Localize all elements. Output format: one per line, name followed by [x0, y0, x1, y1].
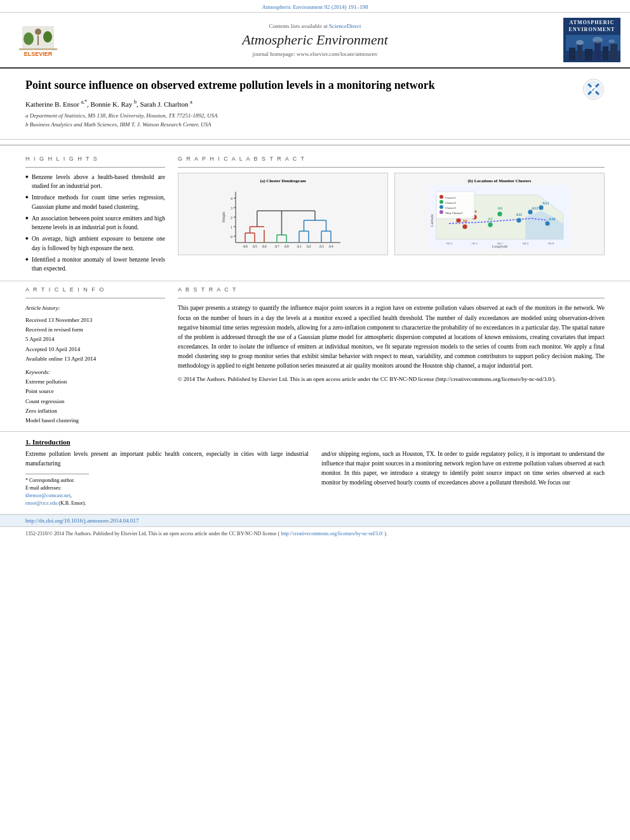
intro-left-col: Extreme pollution levels present an impo… — [25, 450, 309, 507]
svg-point-89 — [439, 200, 443, 204]
available-date: Available online 13 April 2014 — [25, 354, 165, 364]
doi-link[interactable]: http://dx.doi.org/10.1016/j.atmosenv.201… — [25, 517, 139, 524]
article-info-abstract-section: A R T I C L E I N F O Article history: R… — [0, 281, 630, 431]
email-link-2[interactable]: ensor@rice.edu — [25, 500, 57, 506]
svg-text:Cluster2: Cluster2 — [445, 201, 456, 204]
svg-rect-10 — [577, 44, 582, 60]
keywords-section: Keywords: Extreme pollution Point source… — [25, 369, 165, 425]
highlights-section: H I G H L I G H T S Benzene levels above… — [25, 156, 165, 276]
svg-text:A8: A8 — [462, 219, 467, 223]
svg-text:4: 4 — [231, 197, 232, 201]
svg-text:A10: A10 — [548, 217, 554, 221]
svg-point-16 — [593, 37, 603, 43]
svg-point-74 — [488, 222, 493, 227]
svg-rect-14 — [610, 44, 617, 60]
journal-reference: Atmospheric Environment 92 (2014) 191–19… — [0, 0, 630, 13]
dendrogram-title: (a) Cluster Dendrogram — [260, 178, 305, 183]
svg-text:A2: A2 — [306, 244, 311, 248]
history-label: Article history: — [25, 303, 165, 313]
svg-point-82 — [539, 205, 544, 210]
highlight-item-1: Benzene levels above a health-based thre… — [25, 173, 165, 191]
keywords-list: Extreme pollution Point source Count reg… — [25, 377, 165, 425]
highlight-item-5: Identified a monitor anomaly of lower be… — [25, 255, 165, 274]
svg-rect-4 — [37, 36, 39, 45]
svg-text:-94.3: -94.3 — [521, 242, 528, 245]
svg-text:A3: A3 — [319, 244, 323, 248]
corresponding-author-note: * Corresponding author. — [25, 477, 89, 484]
svg-point-78 — [516, 218, 521, 223]
svg-text:A4: A4 — [328, 244, 333, 248]
svg-text:A7: A7 — [274, 244, 279, 248]
keyword-1: Extreme pollution — [25, 377, 165, 387]
svg-text:A6: A6 — [262, 244, 266, 248]
svg-text:A13: A13 — [542, 201, 548, 205]
section-divider — [0, 145, 630, 145]
svg-text:0: 0 — [231, 235, 232, 239]
svg-rect-13 — [603, 46, 608, 60]
abstract-copyright: © 2014 The Authors. Published by Elsevie… — [178, 375, 605, 384]
keyword-5: Model based clustering — [25, 416, 165, 425]
dendrogram-image: (a) Cluster Dendrogram Height 4 3 2 1 — [178, 173, 388, 255]
svg-point-2 — [23, 32, 34, 45]
svg-rect-12 — [594, 41, 601, 60]
svg-text:-95.5: -95.5 — [445, 242, 452, 245]
footnote-area: * Corresponding author. E-mail addresses… — [25, 474, 89, 507]
keyword-4: Zero inflation — [25, 406, 165, 416]
affiliation-b: b Business Analytics and Math Sciences, … — [25, 120, 605, 129]
journal-logo: ATMOSPHERIC ENVIRONMENT — [563, 18, 620, 62]
svg-rect-9 — [569, 48, 575, 60]
svg-text:Cluster1: Cluster1 — [445, 196, 456, 199]
svg-point-1 — [35, 29, 41, 35]
dendrogram-svg: Height 4 3 2 1 0 — [220, 185, 347, 249]
intro-right-col: and/or shipping regions, such as Houston… — [321, 450, 605, 507]
intro-title: 1. Introduction — [25, 438, 605, 446]
svg-point-87 — [439, 195, 443, 199]
highlight-item-4: On average, high ambient exposure to ben… — [25, 234, 165, 253]
svg-text:✓: ✓ — [591, 87, 596, 93]
highlights-heading: H I G H L I G H T S — [25, 156, 165, 162]
svg-text:A12: A12 — [531, 206, 537, 210]
monitor-map-image: (b) Locations of Monitor Clusters A8 A — [394, 173, 605, 255]
sciencedirect-link[interactable]: ScienceDirect — [329, 23, 361, 29]
intro-content: Extreme pollution levels present an impo… — [25, 450, 605, 507]
journal-header: ELSEVIER Contents lists available at Sci… — [0, 13, 630, 69]
revised-date: 5 April 2014 — [25, 335, 165, 344]
monitor-map-svg: A8 A5 A6 A7 A9 A11 A12 A13 — [430, 185, 570, 249]
svg-text:A5: A5 — [252, 244, 257, 248]
svg-text:A9: A9 — [497, 206, 502, 210]
svg-point-76 — [497, 211, 502, 217]
highlight-item-2: Introduce methods for count time series … — [25, 193, 165, 211]
page-footer: 1352-2310/© 2014 The Authors. Published … — [0, 526, 630, 541]
author-charlton: Sarah J. Charlton — [140, 100, 188, 108]
keywords-label: Keywords: — [25, 369, 165, 375]
footer-license-link[interactable]: http://creativecommons.org/licenses/by-n… — [281, 531, 383, 537]
svg-text:2: 2 — [231, 216, 232, 220]
svg-point-91 — [439, 205, 443, 209]
graphical-abstract-section: G R A P H I C A L A B S T R A C T (a) Cl… — [178, 156, 605, 276]
journal-title: Atmospheric Environment — [242, 32, 388, 48]
svg-point-80 — [528, 210, 533, 215]
svg-text:1: 1 — [231, 225, 232, 229]
svg-text:-94.7: -94.7 — [496, 242, 503, 245]
affiliation-a: a Department of Statistics, MS 138, Rice… — [25, 111, 605, 120]
intro-right-text: and/or shipping regions, such as Houston… — [321, 450, 605, 488]
svg-point-17 — [608, 39, 615, 43]
svg-text:A9: A9 — [284, 244, 288, 248]
svg-text:A8: A8 — [243, 244, 247, 248]
article-title-section: ✓ Point source influence on observed ext… — [0, 69, 630, 140]
atmosphere-graphic — [566, 35, 620, 60]
svg-point-68 — [462, 224, 467, 229]
elsevier-logo-area: ELSEVIER — [6, 18, 70, 62]
highlights-list: Benzene levels above a health-based thre… — [25, 173, 165, 274]
svg-text:3: 3 — [231, 206, 232, 210]
svg-point-84 — [545, 221, 550, 226]
authors: Katherine B. Ensor a,*, Bonnie K. Ray b,… — [25, 99, 605, 108]
journal-logo-title: ATMOSPHERIC ENVIRONMENT — [569, 20, 615, 33]
graphical-abstract-heading: G R A P H I C A L A B S T R A C T — [178, 156, 605, 162]
article-info-divider — [25, 298, 165, 298]
svg-text:A11: A11 — [515, 213, 521, 217]
received-revised: Received in revised form — [25, 325, 165, 335]
svg-point-93 — [439, 210, 443, 214]
email-link-1[interactable]: kbensor@comcast.net — [25, 493, 70, 498]
affiliations: a Department of Statistics, MS 138, Rice… — [25, 111, 605, 130]
